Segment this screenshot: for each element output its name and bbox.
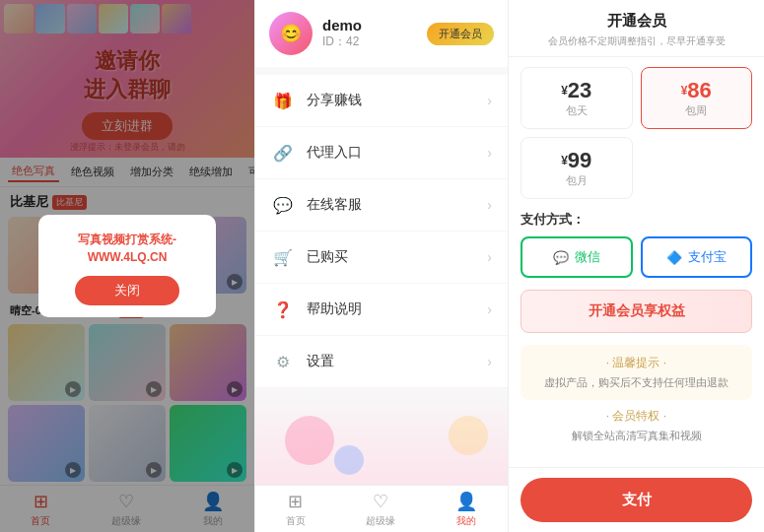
menu-service-label: 在线客服: [307, 196, 487, 214]
arrow-icon-0: ›: [487, 93, 492, 108]
submit-payment-button[interactable]: 支付: [521, 478, 752, 522]
alipay-button[interactable]: 🔷 支付宝: [641, 236, 753, 278]
panel-profile: 😊 demo ID：42 开通会员 🎁 分享赚钱 › 🔗 代理入口 › 💬 在线…: [254, 0, 509, 532]
settings-icon: ⚙: [271, 350, 295, 373]
arrow-icon-2: ›: [487, 197, 492, 213]
membership-title: 开通会员: [522, 12, 750, 31]
panel2-bottom-nav: ⊞ 首页 ♡ 超级缘 👤 我的: [255, 485, 508, 532]
menu-purchased-label: 已购买: [307, 248, 487, 266]
price-amount-day: ¥23: [531, 78, 622, 103]
price-unit-day: 包天: [531, 103, 622, 118]
arrow-icon-1: ›: [487, 145, 492, 161]
wechat-icon: 💬: [553, 250, 569, 265]
pay-label: 支付方式：: [521, 211, 752, 229]
arrow-icon-5: ›: [487, 354, 492, 369]
vip-open-button[interactable]: 开通会员: [427, 23, 494, 45]
menu-settings-label: 设置: [307, 353, 487, 370]
service-icon: 💬: [271, 193, 295, 217]
membership-subtitle: 会员价格不定期调整指引，尽早开通享受: [522, 34, 750, 48]
panel-home: 邀请你 进入群聊 立刻进群 浸浮提示：未登录会员，请勿 绝色写真 绝色视频 增加…: [0, 0, 254, 532]
panel2-nav-home-label: 首页: [286, 514, 306, 528]
profile-menu: 🎁 分享赚钱 › 🔗 代理入口 › 💬 在线客服 › 🛒 已购买 › ❓ 帮助说…: [255, 75, 508, 388]
modal-text: 写真视频打赏系统- WWW.4LQ.CN: [52, 231, 202, 266]
panel2-nav-mine-label: 我的: [456, 514, 476, 528]
username: demo: [322, 17, 417, 33]
modal-close-button[interactable]: 关闭: [75, 276, 179, 305]
wechat-pay-button[interactable]: 💬 微信: [521, 236, 633, 278]
price-unit-month: 包月: [531, 173, 622, 188]
vip-features-text: 解锁全站高清写真集和视频: [521, 429, 752, 443]
membership-header: 开通会员 会员价格不定期调整指引，尽早开通享受: [509, 0, 764, 57]
vip-features-title: · 会员特权 ·: [521, 408, 752, 425]
user-info: demo ID：42: [322, 17, 417, 50]
menu-purchased[interactable]: 🛒 已购买 ›: [255, 232, 508, 284]
share-icon: 🎁: [271, 89, 295, 112]
notice-box: · 温馨提示 · 虚拟产品，购买后不支持任何理由退款: [521, 345, 752, 400]
alipay-label: 支付宝: [688, 248, 727, 266]
panel2-nav-super[interactable]: ♡ 超级缘: [366, 491, 395, 528]
p2-mine-icon: 👤: [455, 491, 477, 512]
price-card-month[interactable]: ¥99 包月: [521, 137, 633, 199]
payment-bottom: 支付: [509, 467, 764, 532]
currency-month: ¥: [561, 154, 568, 167]
menu-settings[interactable]: ⚙ 设置 ›: [255, 336, 508, 388]
price-amount-month: ¥99: [531, 148, 622, 173]
deco-circle-1: [285, 416, 334, 465]
p2-super-icon: ♡: [373, 491, 388, 512]
notice-text: 虚拟产品，购买后不支持任何理由退款: [530, 375, 742, 390]
menu-help[interactable]: ❓ 帮助说明 ›: [255, 284, 508, 336]
menu-help-label: 帮助说明: [307, 300, 487, 318]
modal-text-line1: 写真视频打赏系统-: [52, 231, 202, 248]
price-unit-week: 包周: [652, 103, 742, 118]
vip-features: · 会员特权 · 解锁全站高清写真集和视频: [521, 408, 752, 443]
alipay-icon: 🔷: [666, 250, 682, 265]
price-grid: ¥23 包天 ¥86 包周 ¥99 包月: [521, 67, 752, 199]
arrow-icon-4: ›: [487, 301, 492, 317]
pay-methods: 💬 微信 🔷 支付宝: [521, 236, 752, 278]
modal-overlay: 写真视频打赏系统- WWW.4LQ.CN 关闭: [0, 0, 254, 532]
panel2-nav-super-label: 超级缘: [366, 514, 395, 528]
menu-agent-label: 代理入口: [307, 144, 487, 162]
user-avatar: 😊: [269, 12, 313, 55]
price-amount-week: ¥86: [652, 78, 742, 103]
menu-share-label: 分享赚钱: [307, 92, 487, 109]
help-icon: ❓: [271, 298, 295, 321]
menu-share[interactable]: 🎁 分享赚钱 ›: [255, 75, 508, 127]
currency-day: ¥: [561, 84, 568, 98]
menu-service[interactable]: 💬 在线客服 ›: [255, 179, 508, 232]
notice-title: · 温馨提示 ·: [530, 355, 742, 371]
price-card-week[interactable]: ¥86 包周: [641, 67, 753, 129]
price-card-day[interactable]: ¥23 包天: [521, 67, 633, 129]
vip-benefits-button[interactable]: 开通会员享权益: [521, 290, 752, 333]
arrow-icon-3: ›: [487, 249, 492, 265]
panel2-decoration: [255, 388, 508, 485]
panel-membership: 开通会员 会员价格不定期调整指引，尽早开通享受 ¥23 包天 ¥86 包周 ¥9…: [509, 0, 764, 532]
wechat-label: 微信: [575, 248, 600, 266]
agent-icon: 🔗: [271, 141, 295, 165]
modal-box: 写真视频打赏系统- WWW.4LQ.CN 关闭: [38, 215, 216, 317]
menu-agent[interactable]: 🔗 代理入口 ›: [255, 127, 508, 179]
membership-content: ¥23 包天 ¥86 包周 ¥99 包月 支付方式： 💬 微信: [509, 57, 764, 467]
deco-circle-2: [334, 445, 364, 475]
panel2-nav-mine[interactable]: 👤 我的: [455, 491, 477, 528]
deco-circle-3: [449, 416, 488, 455]
modal-text-line2: WWW.4LQ.CN: [52, 248, 202, 266]
user-id: ID：42: [322, 33, 417, 50]
panel2-nav-home[interactable]: ⊞ 首页: [286, 491, 306, 528]
p2-home-icon: ⊞: [288, 491, 303, 512]
profile-header: 😊 demo ID：42 开通会员: [255, 0, 508, 67]
purchased-icon: 🛒: [271, 245, 295, 269]
